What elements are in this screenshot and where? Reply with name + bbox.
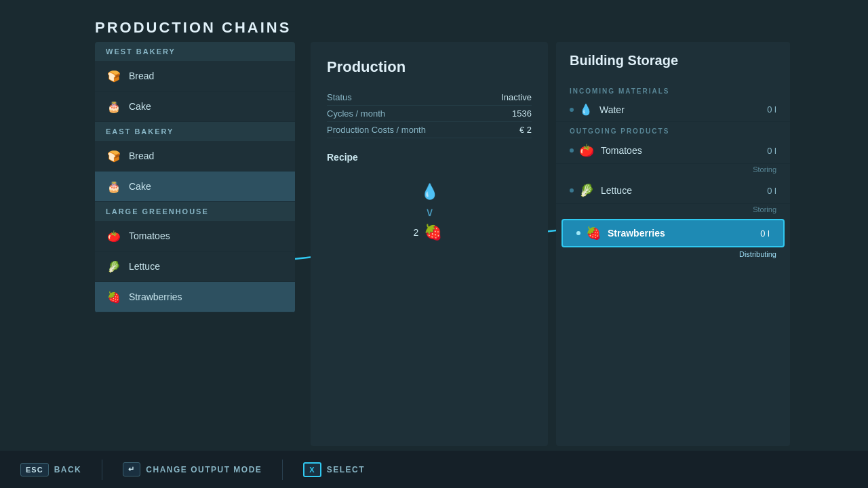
bottom-bar: ESC BACK ↵ CHANGE OUTPUT MODE X SELECT — [0, 451, 868, 488]
status-value: Inactive — [501, 92, 532, 102]
right-panel-header: Building Storage — [556, 42, 790, 82]
storage-item-tomatoes[interactable]: 🍅 Tomatoes 0 l — [556, 138, 790, 164]
water-dot — [570, 108, 574, 112]
west-bread-label: Bread — [129, 70, 154, 81]
cycles-value: 1536 — [512, 108, 532, 119]
costs-value: € 2 — [519, 125, 532, 135]
tomato-icon-right: 🍅 — [579, 143, 594, 158]
recipe-water-icon: 💧 — [420, 183, 439, 201]
separator-1 — [102, 460, 102, 480]
lettuce-icon-right: 🥬 — [579, 183, 594, 198]
bread-icon-east: 🍞 — [106, 148, 122, 164]
left-panel: WEST BAKERY 🍞 Bread 🎂 Cake EAST BAKERY 🍞… — [95, 42, 295, 312]
storage-item-strawberries[interactable]: 🍓 Strawberries 0 l — [561, 219, 785, 247]
strawberries-label: Strawberries — [129, 291, 182, 302]
cycles-label: Cycles / month — [327, 108, 385, 119]
water-icon: 💧 — [579, 103, 593, 116]
list-item-lettuce[interactable]: 🥬 Lettuce — [95, 251, 295, 282]
recipe-area: 💧 ∨ 2 🍓 — [327, 174, 532, 244]
recipe-output-row: 2 🍓 — [414, 221, 446, 244]
esc-key-badge: ESC — [20, 463, 49, 476]
page-title: PRODUCTION CHAINS — [95, 19, 291, 37]
stat-cycles: Cycles / month 1536 — [327, 106, 532, 122]
lettuce-name: Lettuce — [601, 185, 767, 196]
storage-item-lettuce[interactable]: 🥬 Lettuce 0 l — [556, 178, 790, 204]
lettuce-status: Storing — [556, 204, 790, 218]
strawberry-icon-list: 🍓 — [106, 289, 122, 305]
right-panel: Building Storage INCOMING MATERIALS 💧 Wa… — [556, 42, 790, 446]
outgoing-products-label: OUTGOING PRODUCTS — [556, 122, 790, 138]
list-item-tomatoes[interactable]: 🍅 Tomatoes — [95, 221, 295, 251]
select-label: SELECT — [327, 465, 365, 474]
storage-item-water[interactable]: 💧 Water 0 l — [556, 98, 790, 122]
incoming-materials-label: INCOMING MATERIALS — [556, 82, 790, 98]
recipe-strawberry-icon: 🍓 — [424, 224, 442, 241]
x-key-badge: X — [303, 462, 321, 477]
tomatoes-name: Tomatoes — [601, 145, 767, 156]
list-item-strawberries[interactable]: 🍓 Strawberries — [95, 282, 295, 312]
production-title: Production — [327, 58, 532, 76]
cake-icon-west: 🎂 — [106, 98, 122, 115]
costs-label: Production Costs / month — [327, 125, 426, 135]
tomatoes-label: Tomatoes — [129, 230, 170, 241]
tomatoes-amount: 0 l — [767, 146, 776, 156]
group-header-west-bakery: WEST BAKERY — [95, 42, 295, 61]
bread-icon: 🍞 — [106, 68, 122, 84]
cake-icon-east: 🎂 — [106, 178, 122, 195]
recipe-count: 2 — [414, 227, 419, 238]
tomato-icon: 🍅 — [106, 228, 122, 244]
middle-panel: Production Status Inactive Cycles / mont… — [311, 42, 548, 446]
east-cake-label: Cake — [129, 181, 151, 192]
strawberry-icon-right: 🍓 — [586, 226, 601, 241]
change-output-label: CHANGE OUTPUT MODE — [146, 465, 262, 474]
list-item-east-cake[interactable]: 🎂 Cake — [95, 171, 295, 202]
lettuce-icon: 🥬 — [106, 258, 122, 274]
lettuce-dot — [570, 188, 574, 192]
list-item-east-bread[interactable]: 🍞 Bread — [95, 141, 295, 171]
strawberries-name: Strawberries — [608, 228, 760, 239]
back-label: BACK — [54, 465, 82, 474]
water-name: Water — [599, 104, 767, 115]
lettuce-amount: 0 l — [767, 186, 776, 196]
stat-status: Status Inactive — [327, 89, 532, 106]
recipe-arrow: ∨ — [425, 205, 434, 220]
change-output-mode-group[interactable]: ↵ CHANGE OUTPUT MODE — [123, 462, 262, 476]
list-item-west-bread[interactable]: 🍞 Bread — [95, 61, 295, 92]
strawberry-dot — [576, 231, 580, 235]
status-label: Status — [327, 92, 352, 102]
back-button-group: ESC BACK — [20, 463, 81, 476]
east-bread-label: Bread — [129, 150, 154, 161]
water-amount: 0 l — [767, 104, 776, 115]
group-header-east-bakery: EAST BAKERY — [95, 122, 295, 141]
tab-key-badge: ↵ — [123, 462, 140, 476]
recipe-title: Recipe — [327, 152, 532, 163]
list-item-west-cake[interactable]: 🎂 Cake — [95, 92, 295, 122]
separator-2 — [282, 460, 283, 480]
strawberries-status: Distributing — [556, 249, 790, 262]
tomato-dot — [570, 148, 574, 152]
building-storage-title: Building Storage — [570, 53, 776, 68]
group-header-greenhouse: LARGE GREENHOUSE — [95, 202, 295, 221]
tomatoes-status: Storing — [556, 164, 790, 178]
west-cake-label: Cake — [129, 101, 151, 112]
lettuce-label: Lettuce — [129, 261, 160, 272]
strawberries-amount: 0 l — [760, 228, 770, 239]
select-button-group[interactable]: X SELECT — [303, 462, 365, 477]
stat-costs: Production Costs / month € 2 — [327, 122, 532, 138]
